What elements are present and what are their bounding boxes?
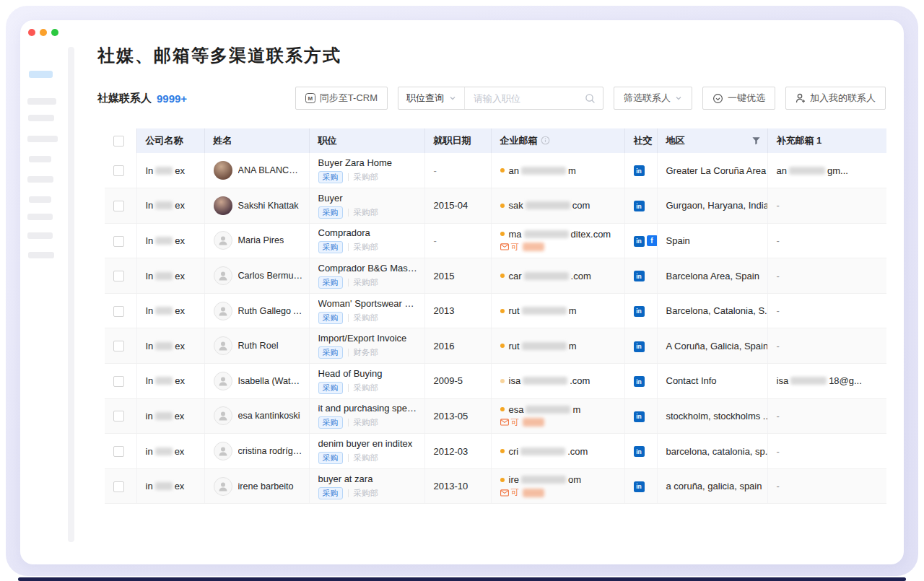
contact-name[interactable]: Sakshi Khattak — [238, 201, 299, 211]
position-search-input[interactable] — [465, 93, 585, 104]
column-header-email[interactable]: 企业邮箱 — [491, 128, 624, 153]
filter-funnel-icon[interactable] — [751, 136, 761, 146]
column-header-name[interactable]: 姓名 — [204, 128, 309, 153]
linkedin-icon[interactable]: in — [634, 411, 645, 422]
row-checkbox[interactable] — [113, 271, 124, 281]
region-cell: A Coruña, Galicia, Spain — [657, 328, 767, 364]
sidebar-item[interactable] — [27, 214, 53, 220]
contact-name[interactable]: Isabella (Watson) L... — [238, 376, 303, 386]
chevron-down-icon — [675, 95, 682, 102]
row-checkbox[interactable] — [113, 446, 124, 457]
sidebar-item[interactable] — [27, 98, 56, 105]
row-checkbox[interactable] — [113, 165, 124, 176]
sync-to-crm-button[interactable]: M 同步至T-CRM — [295, 87, 388, 110]
contact-name[interactable]: ANA BLANCO REY — [238, 165, 303, 175]
column-header-social[interactable]: 社交 — [624, 128, 657, 153]
region-cell: Gurgaon, Haryana, India — [657, 188, 767, 224]
contact-name[interactable]: Ruth Roel — [238, 341, 279, 351]
row-checkbox[interactable] — [113, 236, 124, 247]
department-label: 采购部 — [354, 313, 379, 323]
minimize-window-icon[interactable] — [40, 29, 47, 36]
contact-name[interactable]: Carlos Bermudo Cr... — [238, 271, 303, 281]
position-cell: buyer at zara 采购采购部 — [309, 468, 424, 504]
sidebar-item[interactable] — [29, 156, 51, 162]
one-click-optimize-button[interactable]: 一键优选 — [702, 87, 775, 110]
region-text: Greater La Coruña Area — [666, 165, 767, 176]
linkedin-icon[interactable]: in — [634, 236, 645, 247]
header-select-all — [105, 128, 136, 153]
search-icon[interactable] — [585, 93, 596, 104]
contact-name[interactable]: Maria Pires — [238, 235, 284, 245]
position-type-dropdown[interactable]: 职位查询 — [398, 87, 465, 109]
region-text: A Coruña, Galicia, Spain — [666, 341, 768, 351]
linkedin-icon[interactable]: in — [634, 306, 645, 317]
company-name: Inex — [146, 341, 186, 351]
row-checkbox[interactable] — [113, 306, 124, 317]
position-title: denim buyer en inditex — [318, 438, 419, 450]
column-header-extra[interactable]: 补充邮箱 1 — [767, 128, 886, 153]
envelope-icon — [500, 243, 509, 250]
avatar — [214, 442, 232, 460]
sidebar-item[interactable] — [27, 176, 53, 183]
linkedin-icon[interactable]: in — [634, 165, 645, 176]
sidebar-item[interactable] — [29, 196, 51, 203]
email-address: ireom — [509, 474, 582, 485]
linkedin-icon[interactable]: in — [634, 201, 645, 211]
extra-email: angm... — [777, 165, 848, 176]
add-to-my-contacts-button[interactable]: 加入我的联系人 — [785, 87, 886, 110]
column-header-region[interactable]: 地区 — [657, 128, 767, 153]
linkedin-icon[interactable]: in — [634, 341, 645, 352]
social-cell: in — [624, 398, 657, 434]
social-cell: inf — [624, 223, 657, 258]
extra-email-empty: - — [777, 411, 780, 421]
info-icon[interactable] — [541, 136, 550, 145]
company-cell: Inex — [136, 328, 204, 364]
filter-contacts-button[interactable]: 筛选联系人 — [614, 87, 692, 110]
close-window-icon[interactable] — [28, 29, 35, 36]
linkedin-icon[interactable]: in — [634, 376, 645, 387]
select-all-checkbox[interactable] — [113, 136, 124, 147]
region-text: Gurgaon, Haryana, India — [666, 200, 768, 211]
contact-name[interactable]: irene barbeito — [238, 481, 294, 492]
table-body: Inex ANA BLANCO REY Buyer Zara Home 采购采购… — [105, 153, 886, 504]
person-add-icon — [796, 93, 806, 103]
company-name: Inex — [146, 235, 186, 246]
contact-name[interactable]: Ruth Gallego Agulló — [238, 306, 303, 316]
person-icon — [217, 445, 229, 457]
sidebar-item[interactable] — [28, 252, 54, 258]
row-checkbox[interactable] — [113, 341, 124, 351]
contact-name[interactable]: cristina rodríguez — [238, 446, 303, 456]
app-window: 社媒、邮箱等多渠道联系方式 社媒联系人 9999+ M 同步至T-CRM 职位查… — [20, 20, 904, 564]
sidebar-item[interactable] — [27, 136, 58, 142]
position-cell: Head of Buying 采购采购部 — [309, 364, 424, 399]
name-cell: Ruth Gallego Agulló — [204, 293, 309, 328]
region-cell: Spain — [657, 223, 767, 258]
email-cell: ireom 可 — [491, 468, 624, 504]
sidebar-item[interactable] — [27, 232, 53, 239]
email-status-dot — [500, 168, 505, 172]
column-header-company[interactable]: 公司名称 — [136, 128, 204, 153]
table-row: inex irene barbeito buyer at zara 采购采购部 … — [105, 468, 886, 504]
row-checkbox[interactable] — [113, 481, 124, 492]
row-checkbox[interactable] — [113, 201, 124, 211]
facebook-icon[interactable]: f — [647, 235, 658, 246]
region-text: stockholm, stockholms ... — [666, 411, 768, 421]
linkedin-icon[interactable]: in — [634, 446, 645, 457]
column-header-date[interactable]: 就职日期 — [424, 128, 491, 153]
row-checkbox[interactable] — [113, 376, 124, 387]
email-status-dot — [500, 204, 505, 208]
table-row: Inex Maria Pires Compradora 采购采购部 - madi… — [105, 223, 886, 258]
column-header-position[interactable]: 职位 — [309, 128, 424, 153]
maximize-window-icon[interactable] — [51, 29, 58, 36]
name-cell: Sakshi Khattak — [204, 188, 309, 224]
row-checkbox[interactable] — [113, 411, 124, 421]
social-cell: in — [624, 468, 657, 504]
linkedin-icon[interactable]: in — [634, 481, 645, 492]
linkedin-icon[interactable]: in — [634, 271, 645, 281]
contact-name[interactable]: esa kantinkoski — [238, 411, 300, 421]
sidebar-item-active[interactable] — [29, 71, 53, 78]
position-title: Buyer — [318, 193, 419, 204]
sidebar-item[interactable] — [28, 115, 54, 121]
department-label: 采购部 — [354, 242, 379, 253]
region-text: Contact Info — [666, 375, 717, 386]
